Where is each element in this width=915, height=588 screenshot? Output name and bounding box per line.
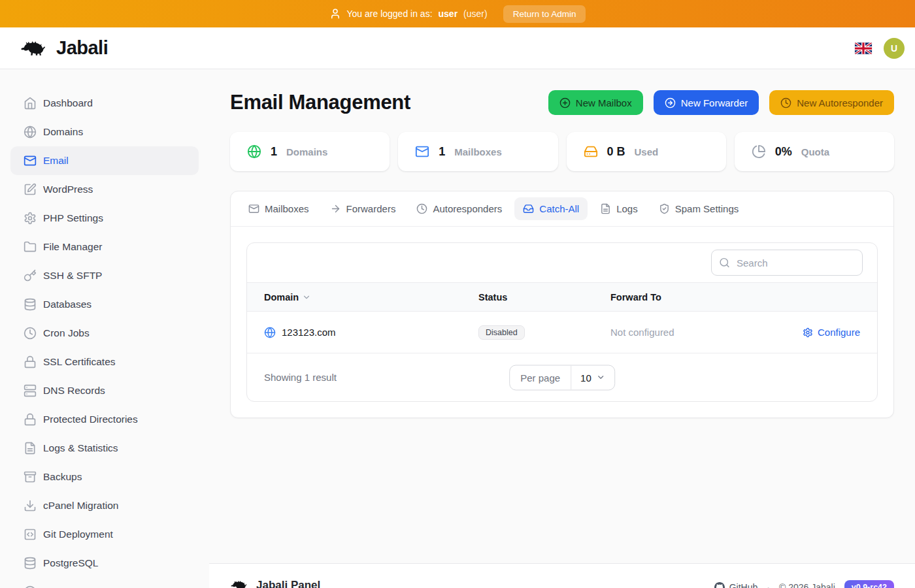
catch-all-table: Domain Status Forward To 123123.com Disa… [246,242,878,402]
email-panel: Mailboxes Forwarders Autoresponders Catc… [230,191,894,418]
boar-logo-icon [20,37,50,59]
sidebar-item-logs-statistics[interactable]: Logs & Statistics [10,434,199,463]
page-footer: Jabali Panel GitHub · © 2026 Jabali v0.9… [209,563,915,588]
user-icon [329,8,341,20]
sidebar-item-dns-records[interactable]: DNS Records [10,376,199,405]
sidebar-item-domains[interactable]: Domains [10,118,199,146]
sidebar-item-label: Protected Directories [43,414,138,425]
inbox-icon [523,203,534,214]
sidebar-nav: Dashboard Domains Email WordPress PHP Se… [0,69,209,588]
sidebar-item-cpanel-migration[interactable]: cPanel Migration [10,491,199,520]
stat-card-quota: 0% Quota [735,132,894,171]
sidebar-item-cron-jobs[interactable]: Cron Jobs [10,319,199,348]
sidebar-item-label: Domains [43,126,83,138]
return-to-admin-button[interactable]: Return to Admin [503,5,586,23]
sidebar-item-backups[interactable]: Backups [10,463,199,491]
new-autoresponder-button[interactable]: New Autoresponder [769,90,894,115]
stat-value: 0% [775,145,792,159]
brand-name: Jabali [56,37,108,59]
sidebar-item-label: SSH & SFTP [43,270,102,282]
sidebar-item-label: Cron Jobs [43,327,90,339]
home-icon [24,97,37,110]
sidebar-item-dashboard[interactable]: Dashboard [10,89,199,118]
stat-card-mailboxes: 1 Mailboxes [398,132,557,171]
login-status: You are logged in as: user (user) [329,8,488,20]
new-mailbox-button[interactable]: New Mailbox [548,90,643,115]
tab-mailboxes[interactable]: Mailboxes [240,197,318,220]
shield-check-icon [659,203,670,214]
sidebar-item-file-manager[interactable]: File Manager [10,233,199,261]
user-avatar[interactable]: U [884,38,905,59]
page-actions: New Mailbox New Forwarder New Autorespon… [548,90,894,115]
circle-plus-icon [559,97,571,108]
tab-forwarders[interactable]: Forwarders [322,197,405,220]
chevron-down-icon [596,373,605,382]
mail-icon [415,144,429,159]
download-icon [24,499,37,512]
sidebar-item-label: DNS Records [43,385,105,397]
brand-logo[interactable]: Jabali [20,37,108,59]
stat-value: 1 [439,145,445,159]
footer-brand-name: Jabali Panel [256,579,320,588]
circle-arrow-right-icon [665,97,676,108]
sidebar-item-label: PostgreSQL [43,557,98,569]
search-input[interactable] [711,250,863,276]
table-row: 123123.com Disabled Not configured Confi… [247,312,877,353]
table-header: Domain Status Forward To [247,282,877,312]
login-username: user [439,8,458,19]
sidebar-item-ssh-sftp[interactable]: SSH & SFTP [10,261,199,290]
page-title: Email Management [230,91,410,114]
column-header-forward-to: Forward To [610,292,860,302]
mail-icon [248,203,259,214]
stat-value: 1 [271,145,277,159]
new-forwarder-button[interactable]: New Forwarder [654,90,759,115]
sidebar-item-postgresql[interactable]: PostgreSQL [10,549,199,578]
gear-icon [803,327,813,338]
version-badge[interactable]: v0.9-rc42 [844,580,894,588]
email-tabs: Mailboxes Forwarders Autoresponders Catc… [231,191,893,227]
tab-autoresponders[interactable]: Autoresponders [408,197,510,220]
sidebar-item-databases[interactable]: Databases [10,290,199,319]
results-count: Showing 1 result [264,372,337,383]
tab-spam-settings[interactable]: Spam Settings [650,197,748,220]
clock-icon [24,327,37,340]
search-icon [719,257,730,269]
stat-card-domains: 1 Domains [230,132,390,171]
sidebar-item-label: Git Deployment [43,529,113,540]
language-flag-icon[interactable] [855,42,872,54]
copyright-text: © 2026 Jabali [779,582,835,588]
key-icon [24,269,37,282]
sidebar-item-partial[interactable] [10,578,199,588]
per-page-select[interactable]: 10 [571,365,614,389]
sidebar-item-ssl-certificates[interactable]: SSL Certificates [10,348,199,376]
sidebar-item-protected-directories[interactable]: Protected Directories [10,405,199,434]
configure-link[interactable]: Configure [803,327,860,338]
domain-cell: 123123.com [264,327,478,338]
globe-icon [24,125,37,139]
lock-icon [24,413,37,426]
column-header-status: Status [478,292,610,302]
pie-chart-icon [752,144,766,159]
sidebar-item-git-deployment[interactable]: Git Deployment [10,520,199,549]
file-text-icon [24,442,37,455]
sidebar-item-wordpress[interactable]: WordPress [10,175,199,204]
github-link[interactable]: GitHub [714,582,758,588]
tab-logs[interactable]: Logs [591,197,646,220]
stat-label: Used [635,146,659,157]
uk-flag-icon [855,42,872,54]
tab-catch-all[interactable]: Catch-All [514,197,588,220]
clock-icon [416,203,427,214]
stat-label: Quota [801,146,829,157]
stat-card-used: 0 B Used [567,132,726,171]
globe-icon [247,144,261,159]
globe-icon [264,327,276,338]
sidebar-item-email[interactable]: Email [10,146,199,175]
sidebar-item-php-settings[interactable]: PHP Settings [10,204,199,233]
sidebar-item-label: WordPress [43,184,93,195]
status-badge: Disabled [478,325,525,340]
login-message-prefix: You are logged in as: [347,8,433,19]
per-page-label: Per page [510,365,571,389]
sidebar-item-label: Logs & Statistics [43,442,118,454]
footer-brand: Jabali Panel [230,578,320,588]
column-header-domain[interactable]: Domain [264,292,478,302]
